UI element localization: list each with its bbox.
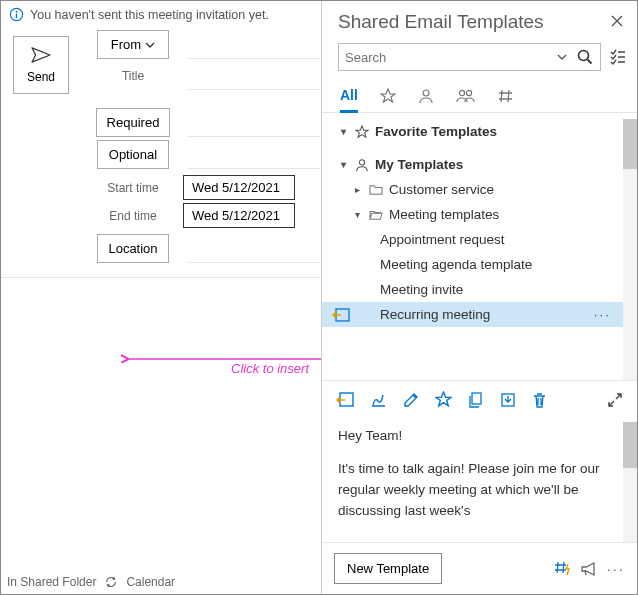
search-input[interactable] (345, 50, 556, 65)
chevron-down-icon: ▾ (352, 209, 363, 220)
star-icon[interactable] (435, 391, 452, 408)
more-icon[interactable]: ··· (594, 307, 611, 322)
from-label: From (111, 37, 141, 52)
template-tree: ▾ Favorite Templates ▾ My Templates ▸ Cu… (322, 113, 637, 380)
annotation-text: Click to insert (231, 361, 309, 376)
chevron-down-icon (145, 40, 155, 50)
end-time-input[interactable] (183, 203, 295, 228)
from-field[interactable] (187, 31, 321, 59)
info-icon (9, 7, 24, 22)
folder-open-icon (369, 209, 383, 221)
location-button[interactable]: Location (97, 234, 169, 263)
preview-body: It's time to talk again! Please join me … (338, 459, 621, 522)
location-field[interactable] (187, 235, 321, 263)
more-icon[interactable]: ··· (606, 560, 625, 577)
hash-lightning-icon[interactable] (554, 560, 572, 577)
people-icon (456, 88, 476, 104)
tree-my-templates[interactable]: ▾ My Templates (322, 152, 637, 177)
tab-teams[interactable] (456, 79, 476, 112)
insert-action-icon[interactable] (336, 392, 354, 408)
template-preview: Hey Team! It's time to talk again! Pleas… (322, 418, 637, 542)
status-view: Calendar (126, 575, 175, 589)
tree-item-invite[interactable]: Meeting invite (322, 277, 637, 302)
status-bar: In Shared Folder Calendar (1, 570, 321, 594)
delete-icon[interactable] (532, 392, 547, 408)
insert-icon (332, 308, 350, 322)
star-icon (380, 88, 396, 104)
chevron-down-icon[interactable] (556, 51, 568, 63)
chevron-down-icon: ▾ (338, 159, 349, 170)
preview-greeting: Hey Team! (338, 426, 621, 447)
tabs: All (322, 79, 637, 113)
chevron-down-icon: ▾ (338, 126, 349, 137)
svg-point-6 (423, 90, 429, 96)
megaphone-icon[interactable] (580, 561, 598, 577)
tree-item-agenda[interactable]: Meeting agenda template (322, 252, 637, 277)
start-time-input[interactable] (183, 175, 295, 200)
tree-item-appointment[interactable]: Appointment request (322, 227, 637, 252)
person-icon (418, 88, 434, 104)
copy-icon[interactable] (468, 392, 484, 408)
svg-point-1 (16, 11, 18, 13)
tree-scrollbar[interactable] (623, 119, 637, 380)
tree-meeting-templates[interactable]: ▾ Meeting templates (322, 202, 637, 227)
tab-all[interactable]: All (340, 80, 358, 113)
bottom-bar: New Template ··· (322, 542, 637, 594)
star-icon (355, 125, 369, 139)
info-message: You haven't sent this meeting invitation… (30, 8, 269, 22)
svg-point-8 (466, 90, 471, 95)
folder-icon (369, 184, 383, 196)
panel-title: Shared Email Templates (338, 11, 544, 33)
tree-favorites[interactable]: ▾ Favorite Templates (322, 119, 637, 144)
title-label: Title (94, 69, 172, 83)
send-button[interactable]: Send (13, 36, 69, 94)
status-folder: In Shared Folder (7, 575, 96, 589)
preview-scrollbar[interactable] (623, 422, 637, 542)
svg-rect-12 (472, 393, 481, 404)
expand-icon[interactable] (607, 392, 623, 408)
title-field[interactable] (187, 62, 321, 90)
import-icon[interactable] (500, 392, 516, 408)
end-time-label: End time (94, 209, 172, 223)
close-button[interactable] (611, 14, 623, 30)
svg-point-7 (459, 90, 464, 95)
start-time-label: Start time (94, 181, 172, 195)
tab-personal[interactable] (418, 79, 434, 112)
svg-rect-2 (16, 14, 17, 19)
tab-tags[interactable] (498, 79, 514, 112)
checklist-icon[interactable] (609, 48, 627, 66)
new-template-button[interactable]: New Template (334, 553, 442, 584)
tab-favorites[interactable] (380, 79, 396, 112)
sync-icon (104, 575, 118, 589)
tree-item-recurring[interactable]: Recurring meeting ··· (322, 302, 637, 327)
chevron-right-icon: ▸ (352, 184, 363, 195)
search-icon[interactable] (576, 48, 594, 66)
edit-icon[interactable] (403, 392, 419, 408)
optional-field[interactable] (187, 141, 321, 169)
tree-customer-service[interactable]: ▸ Customer service (322, 177, 637, 202)
svg-point-4 (579, 51, 589, 61)
template-toolbar (322, 380, 637, 418)
optional-button[interactable]: Optional (97, 140, 169, 169)
body-separator (1, 277, 321, 278)
person-icon (355, 158, 369, 172)
required-button[interactable]: Required (96, 108, 171, 137)
info-bar: You haven't sent this meeting invitation… (1, 1, 321, 28)
from-button[interactable]: From (97, 30, 169, 59)
sign-icon[interactable] (370, 391, 387, 408)
search-box[interactable] (338, 43, 601, 71)
svg-line-5 (588, 60, 592, 64)
close-icon (611, 15, 623, 27)
hash-icon (498, 88, 514, 104)
send-label: Send (27, 70, 55, 84)
send-icon (30, 46, 52, 64)
svg-point-9 (359, 159, 364, 164)
required-field[interactable] (187, 109, 321, 137)
